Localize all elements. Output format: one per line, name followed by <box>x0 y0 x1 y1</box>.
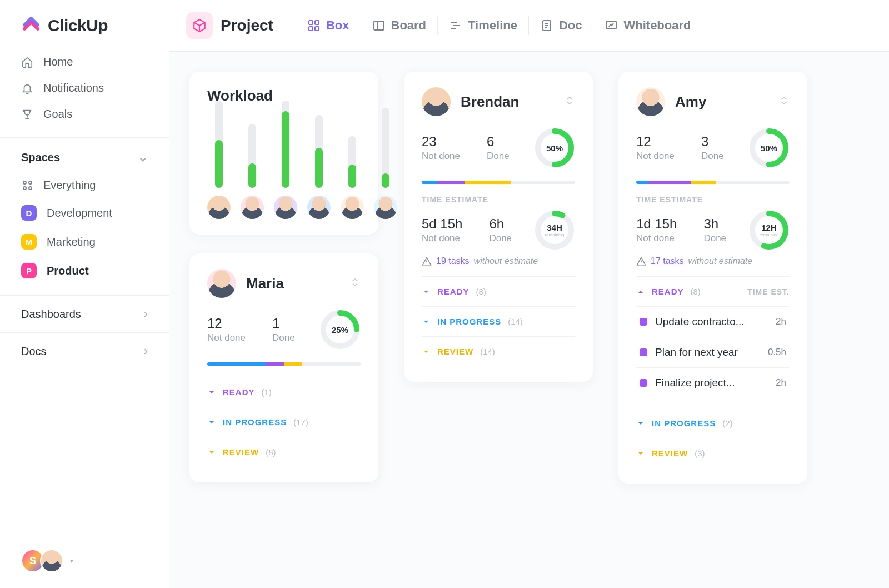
status-review[interactable]: REVIEW(8) <box>207 437 361 467</box>
column-2: Brendan 23Not done 6Done 50% <box>404 72 600 382</box>
bar-track <box>248 124 256 188</box>
chevron-down-icon <box>422 347 431 356</box>
time-done: 6h <box>489 216 512 232</box>
sidebar-space-marketing[interactable]: MMarketing <box>13 227 156 256</box>
nav-label: Notifications <box>43 82 104 94</box>
space-label: Development <box>47 207 112 220</box>
ring-percent: 25% <box>319 309 361 350</box>
status-count: (1) <box>262 387 272 397</box>
chevron-down-icon <box>636 449 645 458</box>
view-timeline[interactable]: Timeline <box>442 14 524 37</box>
task-time: 2h <box>776 377 786 388</box>
sidebar-home[interactable]: Home <box>13 49 156 75</box>
divider <box>361 16 361 35</box>
view-whiteboard[interactable]: Whiteboard <box>598 14 697 37</box>
view-doc[interactable]: Doc <box>533 14 589 37</box>
bar-fill <box>315 148 323 188</box>
workload-bar[interactable] <box>374 108 397 219</box>
task-item[interactable]: Update contracto...2h <box>636 306 790 337</box>
status-progress[interactable]: IN PROGRESS(14) <box>422 306 575 336</box>
status-ready[interactable]: READY(8) <box>422 276 575 306</box>
view-doc-icon <box>540 19 553 32</box>
sidebar-everything[interactable]: Everything <box>13 172 156 198</box>
workload-bar[interactable] <box>341 136 364 219</box>
status-progress[interactable]: IN PROGRESS(2) <box>636 408 790 438</box>
ring-percent: 50% <box>534 127 575 168</box>
nav-label: Goals <box>43 108 72 121</box>
progress-bar <box>207 362 361 366</box>
time-done: 3h <box>703 216 726 232</box>
status-review[interactable]: REVIEW(3) <box>636 438 790 468</box>
tasks-link[interactable]: 17 tasks <box>651 256 684 266</box>
status-label: IN PROGRESS <box>437 317 501 326</box>
space-badge: P <box>21 263 37 278</box>
workload-bar[interactable] <box>241 124 264 219</box>
status-count: (3) <box>695 449 705 458</box>
avatar <box>40 549 63 572</box>
tasks-link[interactable]: 19 tasks <box>436 256 470 266</box>
task-time: 2h <box>776 316 786 327</box>
view-timeline-icon <box>449 19 462 32</box>
chevron-up-icon <box>636 287 645 296</box>
status-ready[interactable]: READY(1) <box>207 377 361 407</box>
task-item[interactable]: Finalize project...2h <box>636 367 790 398</box>
warning-icon <box>636 256 646 266</box>
view-board[interactable]: Board <box>366 14 433 37</box>
collapse-icon[interactable] <box>349 277 361 290</box>
sidebar-dashboards[interactable]: Dashboards › <box>0 295 169 332</box>
status-count: (14) <box>480 347 495 356</box>
sidebar-notifications[interactable]: Notifications <box>13 75 156 101</box>
bar-fill <box>282 111 289 188</box>
home-icon <box>21 56 33 68</box>
trophy-icon <box>21 108 33 121</box>
cube-icon <box>186 12 213 39</box>
status-progress[interactable]: IN PROGRESS(17) <box>207 407 361 437</box>
svg-rect-2 <box>309 27 313 31</box>
chevron-down-icon <box>636 419 645 428</box>
task-item[interactable]: Plan for next year0.5h <box>636 337 790 367</box>
divider <box>528 16 529 35</box>
user-switcher[interactable]: S ▾ <box>21 549 73 572</box>
logo[interactable]: ClickUp <box>0 0 169 49</box>
bar-fill <box>348 165 356 188</box>
content: Workload Maria <box>169 52 889 588</box>
project-chip[interactable]: Project <box>186 12 273 39</box>
ring-sub: remaining <box>545 232 564 237</box>
stat-label: Done <box>703 233 726 244</box>
sidebar-goals[interactable]: Goals <box>13 101 156 127</box>
status-ready-expanded[interactable]: READY (8) TIME EST. <box>636 276 790 306</box>
collapse-icon[interactable] <box>564 95 575 108</box>
svg-rect-1 <box>315 21 319 24</box>
svg-rect-3 <box>315 27 319 31</box>
view-label: Whiteboard <box>623 18 691 33</box>
spaces-header[interactable]: Spaces ⌄ <box>0 138 169 172</box>
view-box[interactable]: Box <box>301 14 356 37</box>
avatar <box>374 196 397 219</box>
time-estimate-head: TIME ESTIMATE <box>422 195 575 204</box>
sidebar-space-product[interactable]: PProduct <box>13 256 156 285</box>
logo-mark-icon <box>21 16 41 36</box>
task-status-dot <box>640 379 647 387</box>
stat-label: Not done <box>636 233 677 244</box>
grid-dots-icon <box>21 180 33 192</box>
bar-track <box>282 101 289 188</box>
workload-bar[interactable] <box>207 101 231 219</box>
sidebar-space-development[interactable]: DDevelopment <box>13 198 156 227</box>
task-name: Plan for next year <box>655 346 760 358</box>
time-ring: 12Hremaining <box>748 210 790 251</box>
collapse-icon[interactable] <box>778 95 790 108</box>
sidebar: ClickUp Home Notifications Goals Spaces … <box>0 0 169 588</box>
ring-hours: 34H <box>547 223 562 232</box>
workload-bar[interactable] <box>274 101 297 219</box>
sidebar-docs[interactable]: Docs › <box>0 332 169 370</box>
workload-card: Workload <box>189 72 378 235</box>
progress-bar <box>422 181 575 184</box>
chevron-down-icon: ▾ <box>70 557 73 565</box>
status-label: READY <box>223 387 255 397</box>
chevron-down-icon: ⌄ <box>138 150 148 165</box>
status-label: IN PROGRESS <box>652 418 716 428</box>
status-review[interactable]: REVIEW(14) <box>422 336 575 366</box>
workload-bar[interactable] <box>307 115 331 219</box>
avatar <box>307 196 331 219</box>
person-card-brendan: Brendan 23Not done 6Done 50% <box>404 72 593 382</box>
